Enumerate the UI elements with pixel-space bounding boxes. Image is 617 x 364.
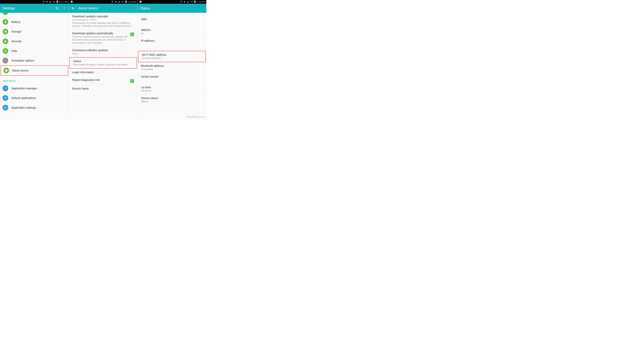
settings-list: Battery Storage Security ? Help Develope… <box>0 13 69 119</box>
item-label: About device <box>12 69 29 72</box>
status-bar: 78% 11:16 PM <box>138 0 206 4</box>
status-item-imei[interactable]: IMEI <box>138 16 206 26</box>
battery-settings-icon <box>2 19 8 25</box>
checkbox-checked-icon[interactable] <box>130 33 134 36</box>
item-subtitle: Official <box>141 100 203 103</box>
item-subtitle: 01 <box>141 32 203 35</box>
status-item-device-status[interactable]: Device status Official <box>138 94 206 105</box>
item-subtitle <box>141 21 203 24</box>
svg-rect-25 <box>4 108 5 109</box>
status-item-serial[interactable]: Serial number <box>138 73 206 84</box>
svg-point-5 <box>64 9 64 10</box>
settings-item-app-manager[interactable]: Application manager <box>0 83 69 93</box>
settings-item-default-apps[interactable]: Default applications <box>0 93 69 103</box>
about-item-status[interactable]: Status Show status of battery, network, … <box>70 58 137 68</box>
wifi-icon <box>46 0 48 3</box>
info-icon: i <box>3 68 9 73</box>
about-item-device-name[interactable]: Device name <box>69 85 138 96</box>
settings-item-developer[interactable]: Developer options <box>0 56 69 65</box>
settings-item-about-device[interactable]: i About device <box>1 66 68 75</box>
wifi-icon <box>183 0 186 3</box>
svg-rect-1 <box>57 0 58 1</box>
settings-item-app-settings[interactable]: Application settings <box>0 103 69 113</box>
item-title: IP address <box>141 39 203 42</box>
item-title: Report diagnostic info <box>72 78 128 82</box>
svg-rect-21 <box>4 98 5 99</box>
svg-rect-0 <box>57 0 58 3</box>
svg-rect-16 <box>6 88 6 88</box>
item-title: Download updates automatically <box>72 32 128 35</box>
svg-rect-9 <box>5 31 5 31</box>
screenshot-icon <box>139 0 141 3</box>
settings-item-help[interactable]: ? Help <box>0 46 69 56</box>
back-icon[interactable] <box>71 6 75 10</box>
svg-text:?: ? <box>5 50 6 52</box>
help-icon: ? <box>2 48 8 54</box>
settings-item-battery[interactable]: Battery <box>0 17 69 27</box>
app-bar: Status <box>138 4 206 13</box>
svg-rect-29 <box>126 0 126 1</box>
svg-rect-7 <box>5 21 6 21</box>
wifi-icon <box>115 0 117 3</box>
mute-icon <box>42 0 45 3</box>
item-title: Bluetooth address <box>141 64 203 67</box>
item-title: IMEI <box>141 18 203 21</box>
status-item-imeisv[interactable]: IMEISV 01 <box>138 26 206 37</box>
item-title: Device status <box>141 97 203 100</box>
svg-point-3 <box>64 7 64 8</box>
item-label: Security <box>11 40 22 43</box>
section-header-applications: Applications <box>0 78 69 83</box>
search-icon[interactable] <box>55 6 59 10</box>
status-item-ip[interactable]: IP address <box>138 37 206 51</box>
item-label: Developer options <box>11 59 34 62</box>
battery-icon <box>125 0 127 3</box>
svg-rect-8 <box>5 31 6 32</box>
settings-item-storage[interactable]: Storage <box>0 27 69 36</box>
svg-rect-24 <box>6 107 6 107</box>
list-top-peek <box>138 13 206 16</box>
developer-icon <box>2 58 8 64</box>
item-label: Storage <box>11 30 21 33</box>
page-title: About device <box>78 6 135 10</box>
svg-point-2 <box>56 7 58 9</box>
item-subtitle <box>72 91 134 94</box>
status-item-wifi-mac[interactable]: Wi-Fi MAC address 12:34:56:78:9A:BC <box>139 51 206 62</box>
item-label: Application manager <box>11 87 37 90</box>
item-subtitle: 12:34:56:78:9A:BC <box>142 57 202 60</box>
clock-text: 11:16 PM <box>197 1 205 3</box>
overflow-menu-icon[interactable] <box>62 6 66 10</box>
settings-item-security[interactable]: Security <box>0 36 69 46</box>
about-item-scheduled[interactable]: Scheduled software updates None <box>69 47 138 57</box>
about-item-legal[interactable]: Legal information <box>69 69 138 76</box>
checkbox-checked-icon[interactable] <box>130 79 134 83</box>
status-item-bluetooth[interactable]: Bluetooth address Unavailable <box>138 62 206 73</box>
mute-icon <box>180 0 182 3</box>
svg-text:i: i <box>6 69 7 72</box>
item-title: Device name <box>72 87 134 90</box>
highlight-box: Status Show status of battery, network, … <box>69 57 137 68</box>
lock-icon <box>2 39 8 44</box>
svg-rect-32 <box>195 0 195 1</box>
app-bar: Settings <box>0 4 69 13</box>
item-subtitle <box>141 43 203 49</box>
about-item-download-manual[interactable]: Download updates manually Last checked o… <box>69 13 138 30</box>
mute-icon <box>111 0 114 3</box>
list-item[interactable] <box>0 13 69 17</box>
battery-percent: 78% <box>52 1 56 3</box>
item-subtitle: Show status of battery, network, and oth… <box>73 63 133 66</box>
about-item-report[interactable]: Report diagnostic info <box>69 76 138 85</box>
svg-point-4 <box>64 8 64 9</box>
about-list: Download updates manually Last checked o… <box>69 13 138 119</box>
item-title: Download updates manually <box>72 15 134 18</box>
item-subtitle <box>141 79 203 82</box>
item-title: IMEISV <box>141 28 203 32</box>
svg-rect-19 <box>4 97 5 98</box>
item-title: Wi-Fi MAC address <box>142 53 202 56</box>
battery-percent: 78% <box>121 1 124 3</box>
status-item-uptime[interactable]: Up time 255:44:16 <box>138 84 206 94</box>
item-label: Battery <box>11 20 20 24</box>
clock-text: 11:21 PM <box>59 1 67 3</box>
screen-status: 78% 11:16 PM Status IMEI IMEISV 01 IP ad… <box>138 0 206 119</box>
status-bar: 78% 11:16 PM <box>69 0 138 4</box>
about-item-download-auto[interactable]: Download updates automatically Check for… <box>69 30 138 47</box>
